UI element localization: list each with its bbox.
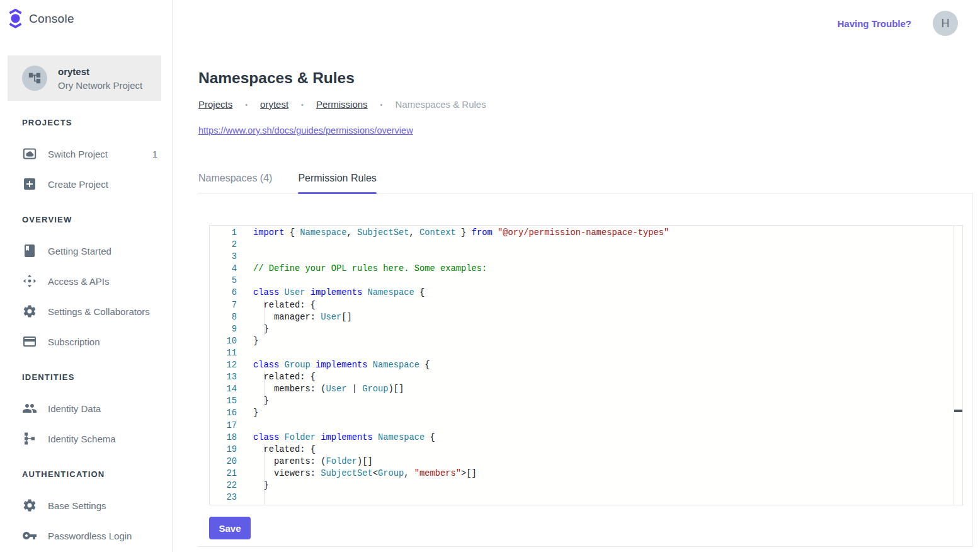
sidebar: Console orytest Ory Network Project PROJ…	[0, 0, 173, 552]
sidebar-item-getting-started[interactable]: Getting Started	[8, 236, 161, 266]
editor-gutter[interactable]: 123456789101112131415161718192021222324	[210, 227, 253, 505]
breadcrumb-item-namespaces-rules: Namespaces & Rules	[395, 99, 486, 110]
code-line: related: {	[253, 299, 954, 311]
editor-code[interactable]: import { Namespace, SubjectSet, Context …	[253, 227, 954, 505]
sidebar-item-identity-data[interactable]: Identity Data	[8, 393, 161, 423]
code-line	[253, 492, 954, 503]
sidebar-section-heading-authentication: AUTHENTICATION	[22, 465, 171, 484]
sidebar-item-badge: 1	[152, 149, 157, 159]
sidebar-item-create-project[interactable]: Create Project	[8, 169, 161, 199]
having-trouble-link[interactable]: Having Trouble?	[837, 18, 911, 29]
sidebar-item-settings-collaborators[interactable]: Settings & Collaborators	[8, 296, 161, 326]
sidebar-item-passwordless-login[interactable]: Passwordless Login	[8, 520, 161, 551]
sidebar-section-heading-identities: IDENTITIES	[22, 368, 171, 387]
breadcrumb-item-permissions[interactable]: Permissions	[316, 99, 368, 110]
code-line: related: {	[253, 371, 954, 383]
breadcrumb-item-orytest[interactable]: orytest	[260, 99, 288, 110]
line-number: 15	[210, 395, 253, 407]
user-avatar[interactable]: H	[933, 11, 958, 36]
sidebar-nav: PROJECTSSwitch Project1Create ProjectOVE…	[0, 113, 171, 551]
schema-icon	[22, 431, 37, 446]
line-number: 23	[210, 492, 253, 503]
page-title: Namespaces & Rules	[198, 69, 355, 87]
code-editor[interactable]: 123456789101112131415161718192021222324 …	[209, 225, 963, 505]
sidebar-item-label: Base Settings	[48, 500, 106, 511]
line-number: 18	[210, 432, 253, 444]
code-line: manager: User[]	[253, 311, 954, 323]
code-line: class Group implements Namespace {	[253, 359, 954, 371]
code-line: }	[253, 323, 954, 335]
project-subtitle: Ory Network Project	[58, 80, 142, 91]
dpad-icon	[22, 273, 37, 289]
sidebar-item-label: Getting Started	[48, 246, 111, 256]
permission-rules-panel: 123456789101112131415161718192021222324 …	[198, 193, 973, 547]
line-number: 5	[210, 275, 253, 287]
line-number: 19	[210, 444, 253, 456]
line-number: 6	[210, 287, 253, 299]
breadcrumb-separator: •	[301, 101, 304, 108]
project-card[interactable]: orytest Ory Network Project	[8, 55, 161, 101]
line-number: 13	[210, 371, 253, 383]
sidebar-item-identity-schema[interactable]: Identity Schema	[8, 423, 161, 454]
line-number: 1	[210, 227, 253, 239]
sidebar-item-switch-project[interactable]: Switch Project1	[8, 139, 161, 169]
code-line	[253, 239, 954, 251]
code-line: parents: (Folder)[]	[253, 456, 954, 468]
breadcrumb-item-projects[interactable]: Projects	[198, 99, 232, 110]
line-number: 4	[210, 263, 253, 275]
code-line: }	[253, 407, 954, 419]
save-button[interactable]: Save	[209, 517, 251, 539]
app-title: Console	[29, 12, 74, 26]
line-number: 2	[210, 239, 253, 251]
sidebar-item-subscription[interactable]: Subscription	[8, 326, 161, 357]
line-number: 7	[210, 299, 253, 311]
tab-permission-rules[interactable]: Permission Rules	[298, 165, 376, 193]
line-number: 16	[210, 407, 253, 419]
docs-link[interactable]: https://www.ory.sh/docs/guides/permissio…	[198, 125, 413, 135]
code-line: related: {	[253, 444, 954, 456]
add-box-icon	[22, 176, 37, 192]
code-line: }	[253, 395, 954, 407]
line-number: 21	[210, 468, 253, 480]
sidebar-item-label: Subscription	[48, 336, 100, 347]
code-line: }	[253, 335, 954, 347]
line-number: 12	[210, 359, 253, 371]
gear-icon	[22, 304, 37, 319]
line-number: 14	[210, 383, 253, 395]
code-line: class Folder implements Namespace {	[253, 432, 954, 444]
sidebar-section-heading-overview: OVERVIEW	[22, 210, 171, 229]
sidebar-item-label: Passwordless Login	[48, 531, 132, 541]
tab-namespaces-4[interactable]: Namespaces (4)	[198, 165, 272, 193]
editor-overview-ruler[interactable]	[954, 226, 962, 505]
credit-card-icon	[22, 334, 37, 349]
sidebar-item-label: Settings & Collaborators	[48, 306, 150, 317]
ory-logo-icon	[8, 9, 23, 28]
code-line: class User implements Namespace {	[253, 287, 954, 299]
breadcrumb: Projects•orytest•Permissions•Namespaces …	[198, 99, 486, 110]
line-number: 24	[210, 503, 253, 505]
sidebar-item-access-apis[interactable]: Access & APIs	[8, 266, 161, 296]
project-name: orytest	[58, 66, 142, 77]
code-line: permits = {	[253, 503, 954, 505]
sidebar-item-label: Identity Schema	[48, 434, 116, 444]
cursor-position-marker	[954, 410, 962, 412]
line-number: 8	[210, 311, 253, 323]
code-line: // Define your OPL rules here. Some exam…	[253, 263, 954, 275]
book-icon	[22, 243, 37, 258]
cloud-box-icon	[22, 146, 37, 161]
gear-icon	[22, 498, 37, 513]
people-icon	[22, 401, 37, 416]
code-line	[253, 251, 954, 263]
breadcrumb-separator: •	[380, 101, 383, 108]
code-line	[253, 420, 954, 432]
sidebar-item-label: Create Project	[48, 179, 108, 190]
code-line: import { Namespace, SubjectSet, Context …	[253, 227, 954, 239]
breadcrumb-separator: •	[245, 101, 248, 108]
line-number: 9	[210, 323, 253, 335]
sidebar-item-label: Identity Data	[48, 403, 101, 414]
sidebar-item-base-settings[interactable]: Base Settings	[8, 490, 161, 520]
line-number: 20	[210, 456, 253, 468]
line-number: 3	[210, 251, 253, 263]
sidebar-item-label: Switch Project	[48, 149, 108, 159]
line-number: 22	[210, 480, 253, 492]
